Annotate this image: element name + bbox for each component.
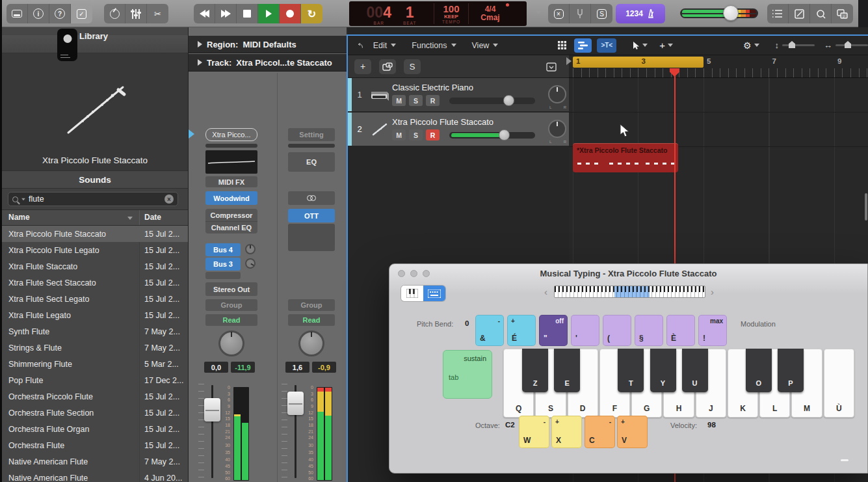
lcd-display[interactable]: 004 BAR 1 BEAT 100 KEEP TEMPO 4/4 Cmaj: [349, 1, 527, 26]
replace-button[interactable]: ×: [548, 4, 570, 23]
search-scope-chevron-icon[interactable]: [21, 198, 25, 200]
h-zoom-thumb[interactable]: [845, 41, 851, 48]
track-pan-knob[interactable]: LR: [547, 78, 569, 111]
column-divider[interactable]: [139, 210, 140, 225]
master-volume-thumb[interactable]: [723, 5, 739, 21]
inspector-toggle-button[interactable]: i: [28, 4, 49, 23]
search-input[interactable]: flute ×: [8, 192, 178, 206]
mod-key[interactable]: +É: [507, 315, 536, 346]
cycle-button[interactable]: ↻: [301, 4, 322, 23]
black-key-U[interactable]: U: [682, 349, 708, 392]
insert-slot-1[interactable]: Compressor: [205, 209, 257, 221]
column-name[interactable]: Name: [8, 213, 30, 222]
secondary-tool-menu[interactable]: +: [655, 38, 677, 53]
volume-fader[interactable]: [287, 392, 304, 415]
midi-region[interactable]: *Xtra Piccolo Flute Staccato: [573, 143, 678, 172]
solo-mode-button[interactable]: S: [591, 4, 612, 23]
track-inspector-header[interactable]: Track: Xtra Piccol...te Staccato: [189, 54, 347, 72]
automation-mode[interactable]: Read: [288, 314, 335, 326]
duplicate-track-button[interactable]: [379, 59, 396, 74]
list-item[interactable]: Native American Flute7 May 2...: [2, 453, 188, 470]
media-browser-button[interactable]: ♪: [832, 4, 853, 23]
menu-functions[interactable]: Functions: [412, 41, 456, 50]
keyboard-overview[interactable]: [554, 286, 705, 298]
list-item[interactable]: Xtra Piccolo Flute Legato15 Jul 2...: [2, 242, 188, 258]
setting-slot[interactable]: Setting: [288, 128, 335, 141]
menu-edit[interactable]: Edit: [373, 41, 397, 50]
solo-tracks-button[interactable]: S: [404, 59, 421, 74]
track-pan-knob[interactable]: LR: [547, 113, 569, 146]
vertical-zoom[interactable]: ↕: [775, 40, 815, 50]
send-slot-empty[interactable]: [205, 272, 241, 279]
black-key-Y[interactable]: Y: [650, 349, 676, 392]
instrument-slot[interactable]: Woodwind: [205, 191, 257, 205]
send-slot-2[interactable]: Bus 3: [205, 258, 241, 271]
toolbar-toggle-button[interactable]: ✓: [71, 4, 92, 23]
velocity-key[interactable]: -C: [585, 416, 615, 448]
record-enable-button[interactable]: R: [426, 95, 440, 106]
count-in-metronome-button[interactable]: 1234: [616, 4, 665, 23]
master-volume-slider[interactable]: [680, 8, 758, 18]
sustain-key[interactable]: sustain tab: [443, 350, 492, 399]
bar-ruler[interactable]: 13579: [569, 55, 868, 78]
track-volume-slider[interactable]: [449, 98, 535, 104]
black-key-T[interactable]: T: [618, 349, 644, 392]
add-track-button[interactable]: +: [354, 59, 371, 74]
column-date[interactable]: Date: [144, 213, 161, 222]
pan-knob[interactable]: [218, 330, 244, 356]
list-item[interactable]: Orchestra Flute15 Jul 2...: [2, 437, 188, 453]
clear-search-button[interactable]: ×: [164, 194, 174, 204]
black-key-Z[interactable]: Z: [522, 349, 548, 392]
volume-fader[interactable]: [204, 398, 220, 422]
track-name[interactable]: Classic Electric Piano: [392, 83, 547, 92]
tuner-button[interactable]: [570, 4, 591, 23]
catch-playhead-button[interactable]: >T<: [597, 38, 616, 53]
octave-right-arrow[interactable]: ›: [711, 286, 714, 298]
octave-left-arrow[interactable]: ‹: [544, 286, 547, 298]
list-item[interactable]: Xtra Flute Sect Legato15 Jul 2...: [2, 291, 188, 307]
disclosure-triangle-icon[interactable]: [198, 41, 202, 47]
list-item[interactable]: Strings & Flute7 May 2...: [2, 340, 188, 356]
pan-value[interactable]: 0,0: [204, 362, 228, 373]
send-2-knob[interactable]: [243, 256, 257, 271]
mod-key[interactable]: È: [666, 315, 695, 346]
list-item[interactable]: Xtra Piccolo Flute Staccato15 Jul 2...: [2, 226, 188, 242]
menu-view[interactable]: View: [472, 41, 499, 50]
library-toggle-button[interactable]: [7, 4, 28, 23]
horizontal-zoom[interactable]: ↔: [824, 40, 868, 50]
group-slot[interactable]: Group: [288, 299, 335, 311]
pan-knob[interactable]: [298, 330, 324, 356]
level-value[interactable]: -11,9: [231, 362, 255, 373]
piano-mode-button[interactable]: [401, 286, 423, 301]
list-item[interactable]: Pop Flute17 Dec 2...: [2, 372, 188, 388]
velocity-key[interactable]: +V: [617, 416, 648, 448]
stop-button[interactable]: [237, 4, 258, 23]
track-volume-slider[interactable]: [449, 132, 535, 139]
eq-slot[interactable]: EQ: [288, 152, 335, 172]
track-view-button[interactable]: [574, 38, 592, 53]
track-name[interactable]: Xtra Piccolo Flute Staccato: [392, 117, 547, 127]
quick-help-button[interactable]: ?: [49, 4, 71, 23]
forward-button[interactable]: [215, 4, 237, 23]
mod-key[interactable]: max!: [698, 315, 727, 346]
list-item[interactable]: Xtra Flute Sect Staccato15 Jul 2...: [2, 274, 188, 291]
track-header-2[interactable]: 2 Xtra Piccolo Flute Staccato M S R LR: [348, 113, 569, 146]
black-key-P[interactable]: P: [778, 349, 804, 392]
list-item[interactable]: Synth Flute7 May 2...: [2, 323, 188, 340]
track-header-1[interactable]: 1 Classic Electric Piano M S R LR: [348, 78, 569, 112]
play-button[interactable]: [258, 4, 280, 23]
typing-mode-button[interactable]: [423, 286, 445, 301]
record-enable-button[interactable]: R: [426, 129, 440, 141]
list-item[interactable]: Orchestra Flute Section15 Jul 2...: [2, 405, 188, 421]
list-editors-button[interactable]: [767, 4, 789, 23]
grid-view-button[interactable]: [554, 38, 570, 53]
list-item[interactable]: Orchestra Piccolo Flute15 Jul 2...: [2, 388, 188, 405]
list-item[interactable]: Orchestra Flute Organ15 Jul 2...: [2, 421, 188, 437]
insert-slot-empty[interactable]: [288, 224, 335, 251]
group-slot[interactable]: Group: [205, 299, 257, 311]
v-zoom-thumb[interactable]: [789, 41, 795, 48]
solo-button[interactable]: S: [409, 95, 423, 106]
musical-typing-window[interactable]: Musical Typing - Xtra Piccolo Flute Stac…: [389, 263, 868, 474]
track-header-options-button[interactable]: [543, 59, 560, 74]
volume-thumb[interactable]: [503, 95, 514, 106]
